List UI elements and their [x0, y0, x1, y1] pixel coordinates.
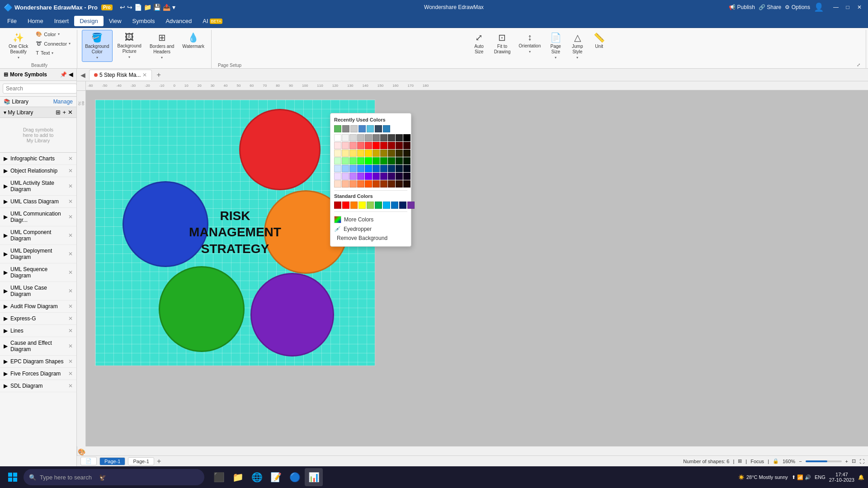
sidebar-item-sdl[interactable]: ▶ SDL Diagram ✕: [0, 380, 76, 392]
undo-btn[interactable]: ↩: [120, 4, 125, 11]
manage-btn[interactable]: Manage: [53, 99, 73, 105]
g-0-3[interactable]: [357, 134, 364, 141]
g-0-2[interactable]: [349, 134, 357, 141]
close-icon[interactable]: ✕: [68, 251, 73, 257]
g-3-2[interactable]: [349, 157, 357, 164]
g-1-1[interactable]: [342, 142, 349, 149]
close-icon[interactable]: ✕: [68, 155, 73, 162]
g-0-4[interactable]: [365, 134, 372, 141]
connector-btn[interactable]: ➰ Connector ▾: [33, 39, 73, 48]
zoom-slider[interactable]: [806, 460, 842, 462]
close-icon[interactable]: ✕: [68, 198, 73, 205]
options-btn[interactable]: ⚙ Options: [785, 4, 810, 10]
g-5-0[interactable]: [334, 173, 341, 180]
g-6-5[interactable]: [373, 180, 380, 188]
my-library-collapse[interactable]: ▾: [4, 109, 6, 116]
unit-btn[interactable]: 📏 Unit: [589, 30, 609, 52]
recent-swatch-3[interactable]: [350, 125, 358, 132]
sidebar-item-uml-comm[interactable]: ▶ UML Communication Diagr... ✕: [0, 208, 76, 226]
share-btn[interactable]: 🔗 Share: [759, 4, 781, 10]
taskbar-word[interactable]: 📝: [267, 468, 285, 486]
notification-btn[interactable]: 🔔: [858, 474, 864, 480]
new-file-btn[interactable]: 📄: [134, 4, 142, 11]
my-library-plus-icon[interactable]: +: [62, 109, 66, 116]
g-5-5[interactable]: [373, 173, 380, 180]
zoom-out-btn[interactable]: −: [799, 459, 802, 464]
sidebar-pin-icon[interactable]: 📌: [60, 71, 67, 78]
g-2-3[interactable]: [357, 150, 364, 157]
sidebar-item-expressg[interactable]: ▶ Express-G ✕: [0, 313, 76, 325]
g-1-8[interactable]: [396, 142, 403, 149]
close-btn[interactable]: ✕: [854, 2, 864, 12]
auto-size-btn[interactable]: ⤢ AutoSize: [469, 30, 489, 57]
g-3-8[interactable]: [396, 157, 403, 164]
sidebar-item-audit[interactable]: ▶ Audit Flow Diagram ✕: [0, 300, 76, 313]
g-2-4[interactable]: [365, 150, 372, 157]
close-icon[interactable]: ✕: [68, 269, 73, 276]
menu-ai[interactable]: AI BETA: [197, 16, 228, 26]
canvas-wrapper[interactable]: RISKMANAGEMENTSTRATEGY Recently Used Col…: [86, 90, 868, 446]
g-1-7[interactable]: [388, 142, 395, 149]
recent-swatch-6[interactable]: [375, 125, 382, 132]
sidebar-item-uml-class[interactable]: ▶ UML Class Diagram ✕: [0, 196, 76, 208]
g-6-1[interactable]: [342, 180, 349, 188]
add-page-btn[interactable]: +: [157, 457, 161, 465]
text-btn[interactable]: T Text ▾: [33, 49, 73, 57]
g-4-5[interactable]: [373, 165, 380, 172]
recent-swatch-1[interactable]: [334, 125, 341, 132]
g-3-1[interactable]: [342, 157, 349, 164]
share-alt-btn[interactable]: 📤: [163, 4, 170, 11]
jump-style-btn[interactable]: △ JumpStyle ▾: [567, 30, 587, 62]
circle-red[interactable]: [239, 109, 321, 190]
g-4-7[interactable]: [388, 165, 395, 172]
page-tab-2[interactable]: Page-1: [128, 457, 154, 465]
open-btn[interactable]: 📁: [144, 4, 151, 11]
color-scheme-btn[interactable]: 🎨 Color ▾: [33, 30, 73, 38]
menu-file[interactable]: File: [2, 16, 22, 26]
g-6-8[interactable]: [396, 180, 403, 188]
redo-btn[interactable]: ↪: [127, 4, 132, 11]
sidebar-item-uml-comp[interactable]: ▶ UML Component Diagram ✕: [0, 226, 76, 245]
publish-btn[interactable]: 📢 Publish: [729, 4, 755, 10]
g-6-0[interactable]: [334, 180, 341, 188]
g-4-9[interactable]: [403, 165, 410, 172]
g-1-3[interactable]: [357, 142, 364, 149]
sidebar-item-infographic[interactable]: ▶ Infographic Charts ✕: [0, 153, 76, 165]
g-1-0[interactable]: [334, 142, 341, 149]
g-3-7[interactable]: [388, 157, 395, 164]
g-4-1[interactable]: [342, 165, 349, 172]
taskbar-explorer[interactable]: 📁: [229, 468, 247, 486]
close-icon[interactable]: ✕: [68, 371, 73, 377]
sidebar-item-uml-usecase[interactable]: ▶ UML Use Case Diagram ✕: [0, 282, 76, 300]
g-5-8[interactable]: [396, 173, 403, 180]
std-9[interactable]: [399, 202, 406, 209]
menu-advanced[interactable]: Advanced: [160, 16, 197, 26]
save-btn[interactable]: 💾: [153, 4, 161, 11]
menu-home[interactable]: Home: [22, 16, 49, 26]
std-5[interactable]: [367, 202, 374, 209]
g-5-7[interactable]: [388, 173, 395, 180]
sidebar-collapse-btn[interactable]: ◀: [69, 71, 73, 78]
close-icon[interactable]: ✕: [68, 288, 73, 294]
close-icon[interactable]: ✕: [68, 343, 73, 349]
g-6-3[interactable]: [357, 180, 364, 188]
watermark-btn[interactable]: 💧 Watermark: [179, 30, 208, 52]
close-icon[interactable]: ✕: [68, 358, 73, 365]
minimize-btn[interactable]: —: [831, 2, 841, 12]
circle-purple[interactable]: [250, 273, 334, 357]
start-button[interactable]: [4, 468, 22, 486]
focus-btn[interactable]: Focus: [750, 459, 764, 464]
g-2-5[interactable]: [373, 150, 380, 157]
std-8[interactable]: [391, 202, 398, 209]
g-0-0[interactable]: [334, 134, 341, 141]
g-2-9[interactable]: [403, 150, 410, 157]
g-2-2[interactable]: [349, 150, 357, 157]
g-6-9[interactable]: [403, 180, 410, 188]
eyedropper-btn[interactable]: 💉 Eyedropper: [334, 225, 407, 234]
g-5-3[interactable]: [357, 173, 364, 180]
sidebar-item-object-rel[interactable]: ▶ Object Relationship ✕: [0, 165, 76, 177]
std-6[interactable]: [375, 202, 382, 209]
g-0-9[interactable]: [403, 134, 410, 141]
g-2-8[interactable]: [396, 150, 403, 157]
taskbar-edraw[interactable]: 📊: [305, 468, 323, 486]
